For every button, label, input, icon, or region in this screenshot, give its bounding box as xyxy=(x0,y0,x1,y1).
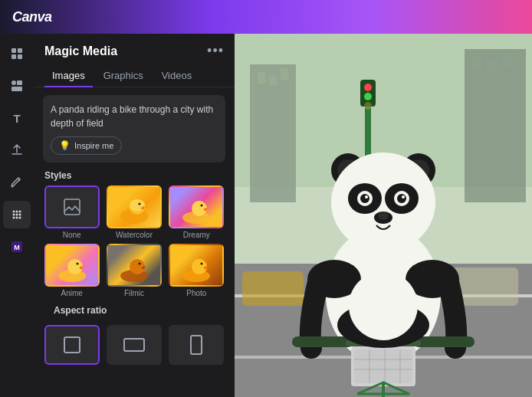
svg-point-67 xyxy=(365,195,368,198)
aspect-square-thumb xyxy=(44,325,100,365)
panel-title: Magic Media xyxy=(44,44,117,58)
scene-svg xyxy=(235,34,532,397)
svg-rect-74 xyxy=(413,336,475,347)
left-toolbar: T xyxy=(0,34,34,397)
elements-icon[interactable] xyxy=(3,72,31,100)
svg-rect-5 xyxy=(17,80,22,85)
upload-icon[interactable] xyxy=(3,136,31,164)
svg-rect-0 xyxy=(11,48,16,53)
svg-rect-73 xyxy=(292,336,353,347)
styles-label: Styles xyxy=(34,170,235,185)
svg-point-28 xyxy=(76,263,78,265)
svg-rect-42 xyxy=(472,57,481,71)
style-filmic-label: Filmic xyxy=(124,289,144,297)
svg-point-10 xyxy=(13,214,15,216)
svg-point-25 xyxy=(201,205,203,207)
aspect-square-item[interactable] xyxy=(43,325,100,365)
styles-grid: None Watercolor xyxy=(34,185,235,297)
style-watercolor-thumb xyxy=(107,185,162,228)
svg-point-66 xyxy=(397,194,406,203)
svg-point-85 xyxy=(349,271,418,340)
canva-logo: Canva xyxy=(12,9,52,25)
aspect-portrait-item[interactable] xyxy=(168,325,225,365)
draw-icon[interactable] xyxy=(3,169,31,196)
aspect-portrait-thumb xyxy=(169,325,224,365)
style-none-label: None xyxy=(63,231,81,239)
style-dreamy[interactable]: Dreamy xyxy=(168,185,225,239)
svg-point-49 xyxy=(364,102,372,110)
svg-rect-40 xyxy=(281,68,288,80)
panel-header: Magic Media ••• xyxy=(34,34,235,65)
aspect-landscape-icon xyxy=(123,338,145,352)
aspect-square-icon xyxy=(64,336,80,353)
style-watercolor[interactable]: Watercolor xyxy=(105,185,163,239)
svg-point-13 xyxy=(13,217,15,219)
style-none[interactable]: None xyxy=(43,185,100,239)
panel-tabs: Images Graphics Videos xyxy=(34,65,235,87)
svg-text:M: M xyxy=(14,244,20,251)
aspect-grid xyxy=(43,325,225,365)
inspire-button[interactable]: 💡 Inspire me xyxy=(51,136,122,155)
tab-videos[interactable]: Videos xyxy=(154,65,200,87)
svg-point-7 xyxy=(13,211,15,213)
canvas-area xyxy=(235,34,532,397)
svg-point-48 xyxy=(364,93,372,100)
svg-point-65 xyxy=(360,194,369,203)
aspect-ratio-section: Aspect ratio xyxy=(34,305,235,365)
svg-rect-6 xyxy=(11,87,22,91)
svg-point-4 xyxy=(11,80,16,85)
tab-images[interactable]: Images xyxy=(44,65,93,87)
panel-menu-button[interactable]: ••• xyxy=(207,43,224,59)
aspect-landscape-thumb xyxy=(107,325,162,365)
style-dreamy-label: Dreamy xyxy=(183,231,210,239)
svg-point-70 xyxy=(378,212,389,220)
style-filmic[interactable]: Filmic xyxy=(105,244,163,297)
aspect-ratio-label: Aspect ratio xyxy=(43,305,225,320)
main-layout: T xyxy=(0,34,532,397)
app-header: Canva xyxy=(0,0,532,34)
style-dreamy-thumb xyxy=(169,185,224,228)
svg-rect-3 xyxy=(18,54,22,59)
svg-rect-2 xyxy=(11,54,16,59)
lightbulb-icon: 💡 xyxy=(59,140,71,151)
prompt-area[interactable]: A panda riding a bike through a city wit… xyxy=(43,95,225,162)
prompt-text: A panda riding a bike through a city wit… xyxy=(51,103,218,130)
text-icon[interactable]: T xyxy=(3,104,31,132)
svg-rect-38 xyxy=(258,72,265,84)
svg-point-14 xyxy=(16,217,18,219)
svg-point-47 xyxy=(364,84,372,91)
svg-point-11 xyxy=(16,214,18,216)
svg-rect-43 xyxy=(488,61,497,72)
style-watercolor-label: Watercolor xyxy=(116,231,153,239)
svg-point-9 xyxy=(19,211,21,213)
style-anime-label: Anime xyxy=(61,289,82,297)
style-photo-thumb xyxy=(169,244,224,287)
style-photo[interactable]: Photo xyxy=(168,244,225,297)
svg-point-31 xyxy=(138,263,140,265)
style-anime-thumb xyxy=(44,244,100,287)
style-photo-label: Photo xyxy=(186,289,206,297)
svg-point-60 xyxy=(331,153,435,252)
svg-point-15 xyxy=(19,217,21,219)
tab-graphics[interactable]: Graphics xyxy=(96,65,151,87)
svg-rect-1 xyxy=(18,48,22,53)
svg-rect-53 xyxy=(242,271,304,306)
style-anime[interactable]: Anime xyxy=(43,244,100,297)
brand-icon[interactable]: M xyxy=(3,233,31,261)
apps-icon[interactable] xyxy=(3,201,31,228)
aspect-landscape-item[interactable] xyxy=(105,325,163,365)
svg-point-12 xyxy=(19,214,21,216)
svg-rect-39 xyxy=(269,76,277,85)
svg-point-22 xyxy=(138,203,140,205)
svg-point-21 xyxy=(130,199,145,212)
svg-point-68 xyxy=(402,195,405,198)
svg-rect-18 xyxy=(64,199,80,215)
style-filmic-thumb xyxy=(107,244,162,287)
style-none-thumb xyxy=(44,185,100,228)
grid-icon[interactable] xyxy=(3,40,31,67)
svg-point-8 xyxy=(16,211,18,213)
svg-rect-44 xyxy=(503,53,512,68)
panda-image xyxy=(235,34,532,397)
svg-rect-77 xyxy=(354,349,412,383)
side-panel: Magic Media ••• Images Graphics Videos A… xyxy=(34,34,235,397)
